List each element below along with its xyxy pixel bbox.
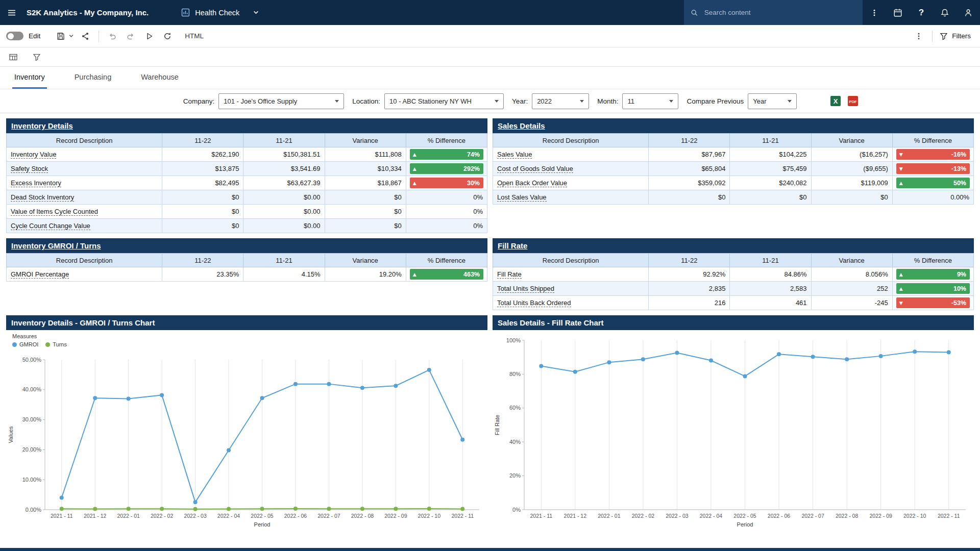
toolbar-more-button[interactable] <box>910 27 928 45</box>
schedule-button[interactable] <box>886 0 910 25</box>
record-label-link[interactable]: Total Units Back Ordered <box>497 299 571 307</box>
tab-warehouse[interactable]: Warehouse <box>139 67 181 89</box>
column-header: Record Description <box>493 134 649 147</box>
record-label-link[interactable]: Sales Value <box>497 151 532 159</box>
run-button[interactable] <box>140 27 158 45</box>
compare-select[interactable]: Year <box>748 93 797 109</box>
svg-text:2022 - 10: 2022 - 10 <box>903 513 926 519</box>
difference-value: 10% <box>953 285 966 292</box>
value-cell: $13,875 <box>162 162 243 176</box>
data-tray-button[interactable] <box>5 49 21 65</box>
menu-button[interactable] <box>0 0 23 25</box>
gmroi-turns-chart[interactable]: MeasuresGMROITurns 0.00%10.00%20.00%30.0… <box>6 330 487 533</box>
year-select[interactable]: 2022 <box>532 93 589 109</box>
record-label-link[interactable]: Excess Inventory <box>11 179 61 187</box>
export-excel-button[interactable]: X <box>830 95 841 107</box>
refresh-button[interactable] <box>158 27 177 45</box>
record-description-cell: Lost Sales Value <box>493 190 649 205</box>
difference-badge: ▲9% <box>896 269 970 280</box>
tab-inventory[interactable]: Inventory <box>12 67 47 89</box>
chevron-down-icon <box>335 100 339 103</box>
search-box[interactable] <box>684 0 863 25</box>
redo-button[interactable] <box>121 27 140 45</box>
record-label-link[interactable]: Total Units Shipped <box>497 285 554 293</box>
svg-text:2022 - 06: 2022 - 06 <box>768 513 791 519</box>
user-button[interactable] <box>957 0 980 25</box>
svg-text:2021 - 11: 2021 - 11 <box>51 513 73 519</box>
fill-rate-chart[interactable]: 0%20%40%60%80%100%2021 - 112021 - 122022… <box>493 330 974 533</box>
share-icon <box>81 32 90 41</box>
view-title: Health Check <box>195 9 239 17</box>
difference-cell: 0% <box>406 205 487 219</box>
person-icon <box>964 8 973 17</box>
company-select[interactable]: 101 - Joe's Office Supply <box>218 93 344 109</box>
record-label-link[interactable]: Value of Items Cycle Counted <box>11 208 98 216</box>
value-cell: $104,225 <box>730 147 811 162</box>
year-filter: Year: 2022 <box>512 93 589 109</box>
chevron-down-icon <box>253 9 259 16</box>
record-label-link[interactable]: Lost Sales Value <box>497 193 547 202</box>
undo-icon <box>108 32 117 41</box>
location-select[interactable]: 10 - ABC Stationery NY WH <box>384 93 504 109</box>
difference-badge: ▲50% <box>896 178 970 188</box>
notifications-button[interactable] <box>933 0 957 25</box>
legend-item[interactable]: Turns <box>45 341 67 347</box>
compare-value: Year <box>753 97 766 105</box>
column-header: Variance <box>325 254 406 267</box>
panel-title-link[interactable]: Fill Rate <box>498 241 527 250</box>
header-more-button[interactable] <box>863 0 886 25</box>
search-input[interactable] <box>703 8 856 17</box>
panel-fill-rate: Fill Rate Record Description11-2211-21Va… <box>493 238 974 310</box>
record-label-link[interactable]: Cycle Count Change Value <box>11 222 90 230</box>
svg-text:2022 - 02: 2022 - 02 <box>632 513 655 519</box>
legend-item[interactable]: GMROI <box>12 341 38 347</box>
panel-title-link[interactable]: Sales Details <box>498 121 545 130</box>
difference-cell: ▲50% <box>892 176 973 190</box>
help-button[interactable]: ? <box>910 0 933 25</box>
column-header: % Difference <box>406 134 487 147</box>
svg-text:2022 - 09: 2022 - 09 <box>384 513 407 519</box>
column-header: Variance <box>811 254 892 267</box>
record-label-link[interactable]: Safety Stock <box>11 165 48 173</box>
kebab-icon <box>870 9 878 17</box>
svg-text:2022 - 06: 2022 - 06 <box>284 513 307 519</box>
difference-badge: ▼-13% <box>896 163 970 174</box>
record-label-link[interactable]: Fill Rate <box>497 270 522 279</box>
difference-cell: ▲10% <box>892 282 973 296</box>
difference-cell: 0% <box>406 190 487 205</box>
undo-button[interactable] <box>103 27 121 45</box>
record-label-link[interactable]: Open Back Order Value <box>497 179 567 187</box>
filter-dock-button[interactable] <box>29 49 45 65</box>
app-title: S2K Analytics - My Company, Inc. <box>27 8 149 17</box>
svg-text:2022 - 01: 2022 - 01 <box>117 513 140 519</box>
value-cell: $0 <box>162 219 243 233</box>
panel-title-link[interactable]: Inventory Details <box>11 121 73 130</box>
edit-toggle[interactable] <box>6 32 23 40</box>
next-section-bar <box>0 548 980 551</box>
record-description-cell: Safety Stock <box>7 162 162 176</box>
record-label-link[interactable]: Dead Stock Inventory <box>11 193 74 202</box>
svg-text:2022 - 05: 2022 - 05 <box>251 513 274 519</box>
value-cell: 92.92% <box>649 267 730 282</box>
record-label-link[interactable]: Inventory Value <box>11 151 56 159</box>
share-button[interactable] <box>76 27 94 45</box>
svg-text:2022 - 03: 2022 - 03 <box>184 513 207 519</box>
record-label-link[interactable]: Cost of Goods Sold Value <box>497 165 573 173</box>
export-pdf-button[interactable]: PDF <box>847 95 859 107</box>
legend-label: GMROI <box>19 341 38 347</box>
record-label-link[interactable]: GMROI Percentage <box>11 270 69 279</box>
panel-title-link[interactable]: Inventory GMROI / Turns <box>11 241 101 250</box>
compare-label: Compare Previous <box>687 97 744 105</box>
value-cell: $87,967 <box>649 147 730 162</box>
up-arrow-icon: ▲ <box>899 272 903 277</box>
month-select[interactable]: 11 <box>622 93 678 109</box>
chevron-down-icon <box>669 100 673 103</box>
toolbar-divider <box>932 31 933 42</box>
save-options-button[interactable] <box>66 27 76 45</box>
output-format-button[interactable]: HTML <box>182 32 207 40</box>
filters-button[interactable]: Filters <box>937 32 974 41</box>
view-switcher[interactable]: Health Check <box>181 8 259 17</box>
difference-value: -53% <box>951 299 966 307</box>
svg-text:PDF: PDF <box>849 99 857 104</box>
tab-purchasing[interactable]: Purchasing <box>72 67 114 89</box>
